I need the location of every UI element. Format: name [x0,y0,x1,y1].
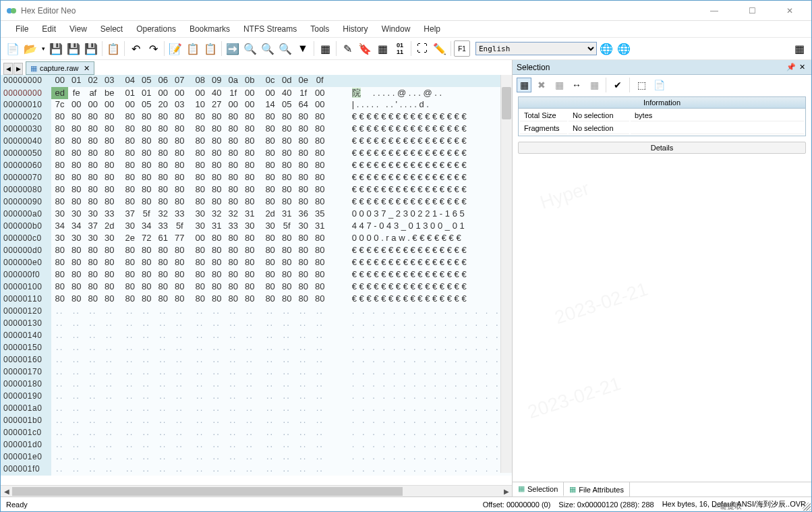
hex-row[interactable]: 000001a0................................… [1,403,512,415]
menu-help[interactable]: Help [417,23,447,35]
hex-row[interactable]: 00000150................................… [1,342,512,354]
minimize-button[interactable]: — [701,3,728,19]
sel-tool-pattern-icon[interactable]: ▦ [552,78,567,92]
help-icon[interactable]: F1 [454,40,470,57]
sel-tool-range-icon[interactable]: ↔ [569,78,584,92]
tab-close-button[interactable]: ✕ [84,64,90,73]
hex-row[interactable]: 000000f080808080808080808080808080808080… [1,269,512,281]
menu-tools[interactable]: Tools [303,23,336,35]
sel-tool-check-icon[interactable]: ✔ [610,78,625,92]
save-all-icon[interactable]: 💾 [83,40,99,57]
hex-row[interactable]: 00000120................................… [1,306,512,318]
panel-tab-selection[interactable]: ▦Selection [513,482,564,496]
hex-row[interactable]: 0000009080808080808080808080808080808080… [1,196,512,208]
hex-row[interactable]: 0000011080808080808080808080808080808080… [1,293,512,306]
menu-edit[interactable]: Edit [35,23,63,35]
hex-row[interactable]: 00000180................................… [1,378,512,391]
menu-operations[interactable]: Operations [129,23,183,35]
maximize-button[interactable]: ☐ [738,3,765,19]
language-select[interactable]: English [475,42,597,55]
close-button[interactable]: ✕ [776,3,803,19]
struct-icon[interactable]: ▦ [374,40,390,57]
hex-row[interactable]: 000001c0................................… [1,427,512,439]
hex-row[interactable]: 000000b03434372d3034335f30313330305f3031… [1,221,512,233]
sel-tool-doc-icon[interactable]: 📄 [651,78,666,92]
hex-row[interactable]: 0000005080808080808080808080808080808080… [1,148,512,160]
hex-row[interactable]: 000001f0................................… [1,463,512,476]
hex-row[interactable]: 0000003080808080808080808080808080808080… [1,123,512,136]
panel-header: Selection 📌 ✕ [513,60,811,75]
hex-row[interactable]: 0000006080808080808080808080808080808080… [1,160,512,172]
hex-row[interactable]: 0000008080808080808080808080808080808080… [1,184,512,196]
hex-row[interactable]: 0000007080808080808080808080808080808080… [1,172,512,184]
vertical-scrollbar[interactable] [500,75,512,473]
marker-icon[interactable]: ✏️ [432,40,448,57]
highlight-icon[interactable]: ✎ [339,40,355,57]
hex-row[interactable]: 000000d080808080808080808080808080808080… [1,245,512,257]
hex-row[interactable]: 0000010080808080808080808080808080808080… [1,281,512,293]
tab-prev-button[interactable]: ◀ [3,63,13,75]
hex-row[interactable]: 000000e080808080808080808080808080808080… [1,257,512,269]
menu-view[interactable]: View [63,23,94,35]
resize-grip[interactable] [803,503,811,511]
hex-row[interactable]: 000001b0................................… [1,415,512,427]
sel-tool-grid-icon[interactable]: ▦ [517,78,531,92]
sel-tool-misc-icon[interactable]: ▦ [587,78,602,92]
file-tab[interactable]: ▦ capture.raw ✕ [26,61,94,75]
panel-tab-file-attributes[interactable]: ▦File Attributes [564,482,630,496]
hex-row[interactable]: 00000000edfeafbe0101000000401f0000401f00… [1,87,512,99]
hex-row[interactable]: 000000a030303033375f3233303232312d313635… [1,208,512,221]
bookmark-icon[interactable]: 🔖 [357,40,373,57]
columns-icon[interactable]: ▦ [317,40,333,57]
sel-tool-export-icon[interactable]: ⬚ [634,78,649,92]
search-next-icon[interactable]: 🔍 [260,40,276,57]
hex-grid[interactable]: 00000000000102030405060708090a0b0c0d0e0f… [1,75,512,496]
menu-ntfs-streams[interactable]: NTFS Streams [237,23,303,35]
layout-icon[interactable]: ▦ [791,40,807,57]
menu-file[interactable]: File [9,23,35,35]
print-icon[interactable]: 📋 [105,40,121,57]
panel-close-button[interactable]: ✕ [796,63,807,72]
find-icon[interactable]: ➡️ [225,40,241,57]
paste-icon[interactable]: 📋 [202,40,219,57]
undo-icon[interactable]: ↶ [127,40,144,57]
menu-bookmarks[interactable]: Bookmarks [183,23,237,35]
info-row: FragmentsNo selection [520,123,804,134]
svg-point-1 [11,8,16,13]
hex-row[interactable]: 00000140................................… [1,330,512,342]
menu-history[interactable]: History [336,23,374,35]
hex-row[interactable]: 00000170................................… [1,366,512,378]
copy-icon[interactable]: 📋 [185,40,201,57]
save-icon[interactable]: 💾 [48,40,64,57]
menu-window[interactable]: Window [375,23,417,35]
search-icon[interactable]: 🔍 [242,40,258,57]
menu-select[interactable]: Select [94,23,129,35]
horizontal-scrollbar[interactable]: ◀▶ [1,485,512,496]
hex-row[interactable]: 0000004080808080808080808080808080808080… [1,136,512,148]
redo-icon[interactable]: ↷ [145,40,161,57]
hex-row[interactable]: 00000190................................… [1,391,512,403]
hex-row[interactable]: 0000002080808080808080808080808080808080… [1,111,512,123]
tab-next-button[interactable]: ▶ [13,63,23,75]
hex-row[interactable]: 00000160................................… [1,354,512,366]
search-prev-icon[interactable]: 🔍 [277,40,293,57]
hex-row[interactable]: 000001d0................................… [1,439,512,451]
hex-row[interactable]: 000001e0................................… [1,451,512,463]
filter-icon[interactable]: ▼ [295,40,311,57]
open-file-icon[interactable]: 📂 [22,40,38,57]
binary-icon[interactable]: 0111 [392,40,408,57]
globe-icon[interactable]: 🌐 [616,40,632,57]
pin-button[interactable]: 📌 [786,63,796,72]
new-file-icon[interactable]: 📄 [5,40,21,57]
hex-row[interactable]: 00000130................................… [1,318,512,330]
hex-row[interactable]: 000000107c000000000520031027000014056400… [1,99,512,111]
titlebar: Hex Editor Neo — ☐ ✕ [1,1,811,21]
details-box[interactable]: Details [518,142,806,154]
open-dropdown-icon[interactable]: ▾ [40,40,47,57]
hex-row[interactable]: 000000c0303030302e7261770080808080808080… [1,233,512,245]
expand-icon[interactable]: ⛶ [414,40,430,57]
globe-add-icon[interactable]: 🌐 [598,40,614,57]
sel-tool-clear-icon[interactable]: ✖ [534,78,549,92]
cut-icon[interactable]: 📝 [167,40,183,57]
save-as-icon[interactable]: 💾 [65,40,82,57]
